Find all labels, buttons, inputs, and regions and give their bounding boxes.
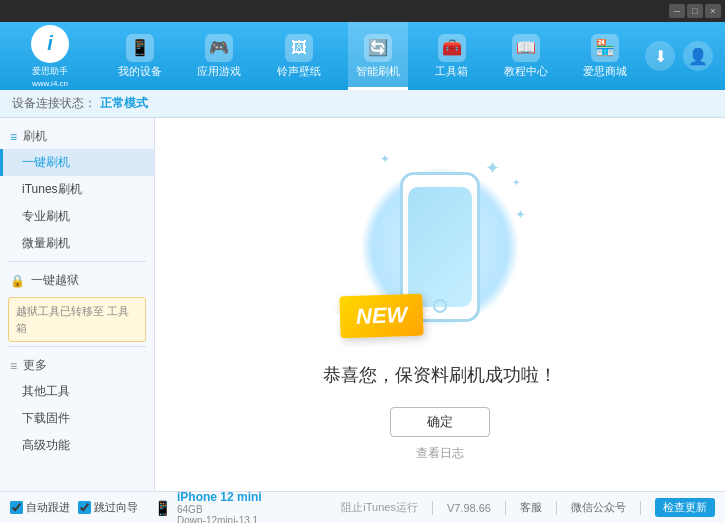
version-text: V7.98.66	[447, 502, 491, 514]
logo-text: 爱思助手www.i4.cn	[32, 65, 68, 88]
nav-bar: 📱 我的设备 🎮 应用游戏 🖼 铃声壁纸 🔄 智能刷机 🧰 工具箱 📖 教程中心…	[100, 22, 645, 90]
nav-label-store: 爱思商城	[583, 64, 627, 79]
logo-area[interactable]: i 爱思助手www.i4.cn	[0, 22, 100, 90]
separator-3	[556, 501, 557, 515]
download-button[interactable]: ⬇	[645, 41, 675, 71]
separator-4	[640, 501, 641, 515]
status-bar: 设备连接状态： 正常模式	[0, 90, 725, 118]
stop-itunes-label[interactable]: 阻止iTunes运行	[341, 500, 418, 515]
sidebar-item-one-click-flash[interactable]: 一键刷机	[0, 149, 154, 176]
separator-1	[432, 501, 433, 515]
customer-service-link[interactable]: 客服	[520, 500, 542, 515]
nav-item-toolbox[interactable]: 🧰 工具箱	[427, 22, 476, 90]
jailbreak-warning-text: 越狱工具已转移至 工具箱	[16, 305, 129, 334]
auto-follow-checkbox[interactable]: 自动跟进	[10, 500, 70, 515]
device-details: iPhone 12 mini 64GB Down-12mini-13,1	[177, 490, 262, 524]
sidebar-divider-1	[8, 261, 146, 262]
nav-item-store[interactable]: 🏪 爱思商城	[575, 22, 635, 90]
flash-section-header: ≡ 刷机	[0, 122, 154, 149]
sidebar-item-micro-flash[interactable]: 微量刷机	[0, 230, 154, 257]
bottom-right: 阻止iTunes运行 V7.98.66 客服 微信公众号 检查更新	[341, 498, 715, 517]
skip-wizard-checkbox[interactable]: 跳过向导	[78, 500, 138, 515]
sidebar-item-other-tools[interactable]: 其他工具	[0, 378, 154, 405]
auto-follow-input[interactable]	[10, 501, 23, 514]
header-actions: ⬇ 👤	[645, 41, 725, 71]
main-area: ≡ 刷机 一键刷机 iTunes刷机 专业刷机 微量刷机 🔒 一键越狱 越狱工具…	[0, 118, 725, 491]
ringtones-icon: 🖼	[285, 34, 313, 62]
sparkle-3: ✦	[515, 207, 526, 222]
flash-section-label: 刷机	[23, 128, 47, 145]
nav-item-ringtones[interactable]: 🖼 铃声壁纸	[269, 22, 329, 90]
wechat-public-link[interactable]: 微信公众号	[571, 500, 626, 515]
more-section-header: ≡ 更多	[0, 351, 154, 378]
maximize-button[interactable]: □	[687, 4, 703, 18]
jailbreak-section-header: 🔒 一键越狱	[0, 266, 154, 293]
my-device-icon: 📱	[126, 34, 154, 62]
skip-wizard-label: 跳过向导	[94, 500, 138, 515]
jailbreak-warning-box: 越狱工具已转移至 工具箱	[8, 297, 146, 342]
nav-item-apps[interactable]: 🎮 应用游戏	[189, 22, 249, 90]
title-bar: ─ □ ×	[0, 0, 725, 22]
toolbox-icon: 🧰	[438, 34, 466, 62]
logo-icon: i	[31, 25, 69, 63]
center-content: NEW ✦ ✦ ✦ ✦ 恭喜您，保资料刷机成功啦！ 确定 查看日志	[155, 118, 725, 491]
more-section-label: 更多	[23, 357, 47, 374]
illustration: NEW ✦ ✦ ✦ ✦	[350, 147, 530, 347]
nav-item-my-device[interactable]: 📱 我的设备	[110, 22, 170, 90]
device-name: iPhone 12 mini	[177, 490, 262, 504]
smart-shop-icon: 🔄	[364, 34, 392, 62]
lock-icon: 🔒	[10, 274, 25, 288]
more-icon: ≡	[10, 359, 17, 373]
device-storage: 64GB	[177, 504, 262, 515]
minimize-button[interactable]: ─	[669, 4, 685, 18]
back-today-link[interactable]: 查看日志	[416, 445, 464, 462]
sidebar-divider-2	[8, 346, 146, 347]
nav-label-ringtones: 铃声壁纸	[277, 64, 321, 79]
device-info: 📱 iPhone 12 mini 64GB Down-12mini-13,1	[154, 490, 262, 524]
nav-label-apps: 应用游戏	[197, 64, 241, 79]
device-version: Down-12mini-13,1	[177, 515, 262, 524]
nav-item-tutorial[interactable]: 📖 教程中心	[496, 22, 556, 90]
status-value: 正常模式	[100, 95, 148, 112]
bottom-bar: 自动跟进 跳过向导 📱 iPhone 12 mini 64GB Down-12m…	[0, 491, 725, 523]
confirm-button[interactable]: 确定	[390, 407, 490, 437]
sparkle-1: ✦	[485, 157, 500, 179]
skip-wizard-input[interactable]	[78, 501, 91, 514]
nav-label-smart-shop: 智能刷机	[356, 64, 400, 79]
phone-screen	[408, 187, 472, 307]
nav-label-my-device: 我的设备	[118, 64, 162, 79]
bottom-left: 自动跟进 跳过向导 📱 iPhone 12 mini 64GB Down-12m…	[10, 490, 341, 524]
sidebar-item-itunes-flash[interactable]: iTunes刷机	[0, 176, 154, 203]
header: i 爱思助手www.i4.cn 📱 我的设备 🎮 应用游戏 🖼 铃声壁纸 🔄 智…	[0, 22, 725, 90]
sidebar-item-download-firmware[interactable]: 下载固件	[0, 405, 154, 432]
sidebar: ≡ 刷机 一键刷机 iTunes刷机 专业刷机 微量刷机 🔒 一键越狱 越狱工具…	[0, 118, 155, 491]
stop-itunes-text: 阻止iTunes运行	[341, 500, 418, 515]
new-badge: NEW	[339, 294, 424, 339]
sparkle-2: ✦	[512, 177, 520, 188]
status-label: 设备连接状态：	[12, 95, 96, 112]
flash-section-icon: ≡	[10, 130, 17, 144]
nav-item-smart-shop[interactable]: 🔄 智能刷机	[348, 22, 408, 90]
nav-label-tutorial: 教程中心	[504, 64, 548, 79]
success-message: 恭喜您，保资料刷机成功啦！	[323, 363, 557, 387]
apps-icon: 🎮	[205, 34, 233, 62]
separator-2	[505, 501, 506, 515]
device-icon: 📱	[154, 500, 171, 516]
phone-home-btn	[433, 299, 447, 313]
sparkle-4: ✦	[380, 152, 390, 166]
jailbreak-section-label: 一键越狱	[31, 272, 79, 289]
check-update-button[interactable]: 检查更新	[655, 498, 715, 517]
store-icon: 🏪	[591, 34, 619, 62]
sidebar-item-advanced[interactable]: 高级功能	[0, 432, 154, 459]
tutorial-icon: 📖	[512, 34, 540, 62]
nav-label-toolbox: 工具箱	[435, 64, 468, 79]
auto-follow-label: 自动跟进	[26, 500, 70, 515]
close-button[interactable]: ×	[705, 4, 721, 18]
sidebar-item-pro-flash[interactable]: 专业刷机	[0, 203, 154, 230]
user-button[interactable]: 👤	[683, 41, 713, 71]
